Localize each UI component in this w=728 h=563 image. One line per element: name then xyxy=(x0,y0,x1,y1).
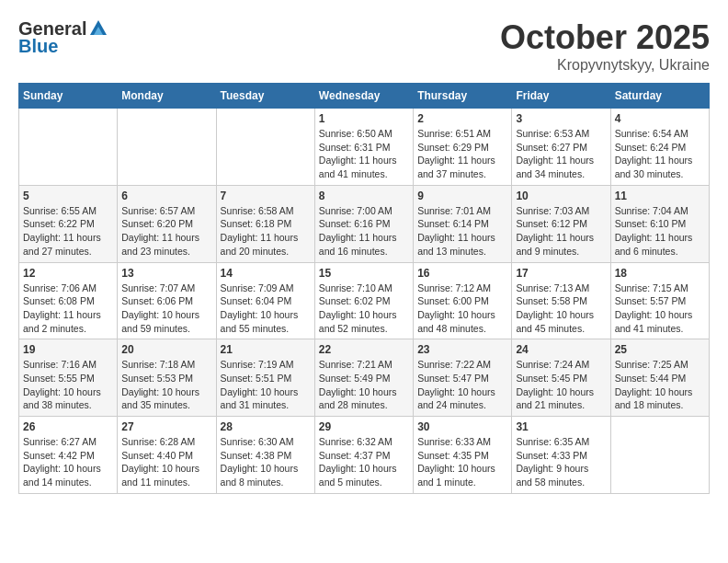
day-info: Sunrise: 7:24 AMSunset: 5:45 PMDaylight:… xyxy=(516,358,606,412)
calendar-day-cell: 28Sunrise: 6:30 AMSunset: 4:38 PMDayligh… xyxy=(216,417,314,494)
day-info: Sunrise: 6:50 AMSunset: 6:31 PMDaylight:… xyxy=(319,127,409,181)
page-header: General Blue October 2025 Kropyvnytskyy,… xyxy=(18,18,710,74)
weekday-header: Monday xyxy=(118,84,216,109)
day-number: 29 xyxy=(319,420,409,433)
day-info: Sunrise: 7:09 AMSunset: 6:04 PMDaylight:… xyxy=(221,282,311,336)
calendar-day-cell: 26Sunrise: 6:27 AMSunset: 4:42 PMDayligh… xyxy=(19,417,118,494)
day-info: Sunrise: 6:53 AMSunset: 6:27 PMDaylight:… xyxy=(516,127,606,181)
calendar-day-cell: 21Sunrise: 7:19 AMSunset: 5:51 PMDayligh… xyxy=(216,339,314,417)
day-number: 9 xyxy=(417,190,507,202)
day-number: 30 xyxy=(417,420,507,433)
day-info: Sunrise: 7:21 AMSunset: 5:49 PMDaylight:… xyxy=(319,358,409,412)
logo-blue-text: Blue xyxy=(18,36,58,57)
calendar-week-row: 5Sunrise: 6:55 AMSunset: 6:22 PMDaylight… xyxy=(19,185,710,262)
day-number: 5 xyxy=(23,190,113,202)
day-info: Sunrise: 6:33 AMSunset: 4:35 PMDaylight:… xyxy=(417,435,507,489)
day-info: Sunrise: 7:19 AMSunset: 5:51 PMDaylight:… xyxy=(221,358,311,412)
title-block: October 2025 Kropyvnytskyy, Ukraine xyxy=(500,18,710,74)
day-number: 2 xyxy=(417,112,507,125)
day-info: Sunrise: 6:58 AMSunset: 6:18 PMDaylight:… xyxy=(221,204,311,259)
day-number: 18 xyxy=(615,267,705,280)
weekday-header: Wednesday xyxy=(314,84,413,109)
calendar-day-cell: 18Sunrise: 7:15 AMSunset: 5:57 PMDayligh… xyxy=(610,262,709,339)
calendar-day-cell: 10Sunrise: 7:03 AMSunset: 6:12 PMDayligh… xyxy=(512,185,610,262)
calendar-day-cell: 25Sunrise: 7:25 AMSunset: 5:44 PMDayligh… xyxy=(610,339,709,417)
weekday-header: Sunday xyxy=(19,84,118,109)
month-title: October 2025 xyxy=(500,18,710,57)
day-number: 8 xyxy=(319,190,409,202)
calendar-week-row: 1Sunrise: 6:50 AMSunset: 6:31 PMDaylight… xyxy=(19,109,710,186)
logo-icon xyxy=(88,18,108,39)
day-info: Sunrise: 6:54 AMSunset: 6:24 PMDaylight:… xyxy=(615,127,705,181)
day-number: 28 xyxy=(221,420,311,433)
calendar-week-row: 26Sunrise: 6:27 AMSunset: 4:42 PMDayligh… xyxy=(19,417,710,494)
day-info: Sunrise: 7:00 AMSunset: 6:16 PMDaylight:… xyxy=(319,204,409,259)
day-number: 3 xyxy=(516,112,606,125)
day-number: 14 xyxy=(221,267,311,280)
weekday-header-row: SundayMondayTuesdayWednesdayThursdayFrid… xyxy=(19,84,710,109)
day-number: 20 xyxy=(121,343,211,356)
day-info: Sunrise: 7:22 AMSunset: 5:47 PMDaylight:… xyxy=(417,358,507,412)
day-number: 25 xyxy=(615,343,705,356)
calendar-day-cell: 9Sunrise: 7:01 AMSunset: 6:14 PMDaylight… xyxy=(414,185,512,262)
calendar-day-cell: 24Sunrise: 7:24 AMSunset: 5:45 PMDayligh… xyxy=(512,339,610,417)
calendar-day-cell: 7Sunrise: 6:58 AMSunset: 6:18 PMDaylight… xyxy=(216,185,314,262)
weekday-header: Thursday xyxy=(414,84,512,109)
weekday-header: Friday xyxy=(512,84,610,109)
day-info: Sunrise: 7:15 AMSunset: 5:57 PMDaylight:… xyxy=(615,282,705,336)
calendar-day-cell: 2Sunrise: 6:51 AMSunset: 6:29 PMDaylight… xyxy=(414,109,512,186)
calendar-day-cell xyxy=(216,109,314,186)
calendar-day-cell: 15Sunrise: 7:10 AMSunset: 6:02 PMDayligh… xyxy=(314,262,413,339)
day-info: Sunrise: 6:32 AMSunset: 4:37 PMDaylight:… xyxy=(319,435,409,489)
day-info: Sunrise: 7:03 AMSunset: 6:12 PMDaylight:… xyxy=(516,204,606,259)
day-number: 1 xyxy=(319,112,409,125)
day-number: 21 xyxy=(221,343,311,356)
day-number: 7 xyxy=(221,190,311,202)
day-info: Sunrise: 6:27 AMSunset: 4:42 PMDaylight:… xyxy=(23,435,113,489)
calendar-day-cell: 6Sunrise: 6:57 AMSunset: 6:20 PMDaylight… xyxy=(118,185,216,262)
weekday-header: Saturday xyxy=(610,84,709,109)
day-number: 26 xyxy=(23,420,113,433)
day-info: Sunrise: 7:13 AMSunset: 5:58 PMDaylight:… xyxy=(516,282,606,336)
calendar-day-cell: 1Sunrise: 6:50 AMSunset: 6:31 PMDaylight… xyxy=(314,109,413,186)
calendar-day-cell: 20Sunrise: 7:18 AMSunset: 5:53 PMDayligh… xyxy=(118,339,216,417)
day-info: Sunrise: 7:06 AMSunset: 6:08 PMDaylight:… xyxy=(23,282,113,336)
day-number: 31 xyxy=(516,420,606,433)
day-info: Sunrise: 6:55 AMSunset: 6:22 PMDaylight:… xyxy=(23,204,113,259)
calendar-day-cell: 14Sunrise: 7:09 AMSunset: 6:04 PMDayligh… xyxy=(216,262,314,339)
calendar-day-cell: 17Sunrise: 7:13 AMSunset: 5:58 PMDayligh… xyxy=(512,262,610,339)
calendar-day-cell: 12Sunrise: 7:06 AMSunset: 6:08 PMDayligh… xyxy=(19,262,118,339)
weekday-header: Tuesday xyxy=(216,84,314,109)
logo: General Blue xyxy=(18,18,108,57)
day-info: Sunrise: 6:28 AMSunset: 4:40 PMDaylight:… xyxy=(121,435,211,489)
calendar-day-cell: 30Sunrise: 6:33 AMSunset: 4:35 PMDayligh… xyxy=(414,417,512,494)
day-number: 6 xyxy=(121,190,211,202)
day-number: 19 xyxy=(23,343,113,356)
day-number: 11 xyxy=(615,190,705,202)
calendar-day-cell: 23Sunrise: 7:22 AMSunset: 5:47 PMDayligh… xyxy=(414,339,512,417)
calendar-day-cell xyxy=(19,109,118,186)
day-number: 4 xyxy=(615,112,705,125)
day-number: 15 xyxy=(319,267,409,280)
day-number: 17 xyxy=(516,267,606,280)
day-info: Sunrise: 7:12 AMSunset: 6:00 PMDaylight:… xyxy=(417,282,507,336)
calendar-day-cell: 3Sunrise: 6:53 AMSunset: 6:27 PMDaylight… xyxy=(512,109,610,186)
day-info: Sunrise: 7:04 AMSunset: 6:10 PMDaylight:… xyxy=(615,204,705,259)
day-info: Sunrise: 7:18 AMSunset: 5:53 PMDaylight:… xyxy=(121,358,211,412)
calendar-day-cell: 13Sunrise: 7:07 AMSunset: 6:06 PMDayligh… xyxy=(118,262,216,339)
day-info: Sunrise: 6:30 AMSunset: 4:38 PMDaylight:… xyxy=(221,435,311,489)
calendar-day-cell: 27Sunrise: 6:28 AMSunset: 4:40 PMDayligh… xyxy=(118,417,216,494)
day-number: 23 xyxy=(417,343,507,356)
calendar-week-row: 12Sunrise: 7:06 AMSunset: 6:08 PMDayligh… xyxy=(19,262,710,339)
calendar-day-cell: 16Sunrise: 7:12 AMSunset: 6:00 PMDayligh… xyxy=(414,262,512,339)
day-number: 24 xyxy=(516,343,606,356)
day-info: Sunrise: 6:51 AMSunset: 6:29 PMDaylight:… xyxy=(417,127,507,181)
calendar-day-cell: 5Sunrise: 6:55 AMSunset: 6:22 PMDaylight… xyxy=(19,185,118,262)
day-number: 10 xyxy=(516,190,606,202)
calendar-day-cell: 11Sunrise: 7:04 AMSunset: 6:10 PMDayligh… xyxy=(610,185,709,262)
calendar-week-row: 19Sunrise: 7:16 AMSunset: 5:55 PMDayligh… xyxy=(19,339,710,417)
day-number: 27 xyxy=(121,420,211,433)
calendar-table: SundayMondayTuesdayWednesdayThursdayFrid… xyxy=(18,83,710,494)
calendar-day-cell xyxy=(610,417,709,494)
day-number: 12 xyxy=(23,267,113,280)
